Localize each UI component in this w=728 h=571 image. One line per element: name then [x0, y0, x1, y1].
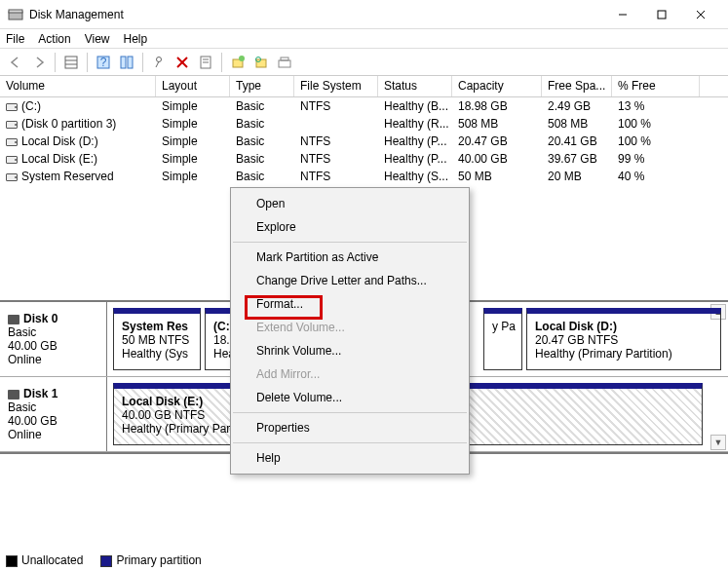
col-type[interactable]: Type: [230, 76, 294, 96]
svg-rect-24: [279, 60, 290, 67]
menu-file[interactable]: File: [6, 32, 24, 46]
properties-icon[interactable]: [196, 53, 215, 72]
table-row[interactable]: (Disk 0 partition 3)SimpleBasicHealthy (…: [0, 115, 728, 133]
minimize-button[interactable]: [603, 1, 642, 28]
svg-rect-3: [658, 11, 666, 19]
volume-list: (C:)SimpleBasicNTFSHealthy (B...18.98 GB…: [0, 97, 728, 185]
maximize-button[interactable]: [642, 1, 681, 28]
col-fs[interactable]: File System: [294, 76, 378, 96]
svg-line-14: [156, 61, 159, 67]
disk-icon: [8, 390, 19, 400]
svg-text:?: ?: [100, 56, 107, 69]
table-row[interactable]: System ReservedSimpleBasicNTFSHealthy (S…: [0, 168, 728, 185]
disk-management-icon: [8, 7, 23, 22]
table-row[interactable]: (C:)SimpleBasicNTFSHealthy (B...18.98 GB…: [0, 97, 728, 115]
col-volume[interactable]: Volume: [0, 76, 156, 96]
col-status[interactable]: Status: [378, 76, 452, 96]
cm-mark-active[interactable]: Mark Partition as Active: [231, 246, 469, 269]
svg-rect-25: [281, 57, 288, 60]
col-layout[interactable]: Layout: [156, 76, 230, 96]
svg-rect-22: [256, 59, 266, 67]
refresh-icon[interactable]: [251, 53, 271, 72]
volume-list-header: Volume Layout Type File System Status Ca…: [0, 76, 728, 97]
close-button[interactable]: [681, 1, 720, 28]
partition-box[interactable]: Local Disk (D:)20.47 GB NTFSHealthy (Pri…: [526, 308, 721, 370]
table-row[interactable]: Local Disk (E:)SimpleBasicNTFSHealthy (P…: [0, 150, 728, 168]
partition-box[interactable]: y Pa: [483, 308, 522, 370]
menu-view[interactable]: View: [85, 32, 110, 46]
cm-properties[interactable]: Properties: [231, 416, 469, 439]
view-mode-icon[interactable]: [117, 53, 136, 72]
table-row[interactable]: Local Disk (D:)SimpleBasicNTFSHealthy (P…: [0, 133, 728, 150]
cm-open[interactable]: Open: [231, 192, 469, 215]
col-pfree[interactable]: % Free: [612, 76, 700, 96]
menubar: File Action View Help: [0, 29, 728, 49]
format-highlight: [245, 295, 323, 320]
drive-icon: [6, 121, 18, 129]
disk-icon: [8, 315, 19, 324]
cm-change-letter[interactable]: Change Drive Letter and Paths...: [231, 269, 469, 292]
drive-icon: [6, 103, 18, 111]
window-title: Disk Management: [29, 8, 603, 21]
forward-button[interactable]: [29, 53, 49, 72]
legend-unallocated-label: Unallocated: [21, 553, 83, 567]
legend-primary-swatch: [100, 555, 112, 567]
partition-box[interactable]: System Res50 MB NTFSHealthy (Sys: [113, 308, 201, 370]
list-view-icon[interactable]: [61, 53, 81, 72]
legend: Unallocated Primary partition: [6, 553, 202, 567]
cm-help[interactable]: Help: [231, 446, 469, 470]
scroll-down-button[interactable]: ▼: [710, 435, 726, 450]
svg-point-21: [239, 56, 245, 61]
delete-icon[interactable]: [172, 53, 192, 72]
svg-rect-11: [121, 57, 126, 68]
new-partition-icon[interactable]: [228, 53, 248, 72]
cm-delete[interactable]: Delete Volume...: [231, 386, 469, 409]
back-button[interactable]: [6, 53, 25, 72]
col-free[interactable]: Free Spa...: [542, 76, 612, 96]
cm-shrink[interactable]: Shrink Volume...: [231, 339, 469, 362]
help-icon[interactable]: ?: [94, 53, 113, 72]
svg-rect-6: [65, 57, 77, 68]
legend-unallocated-swatch: [6, 555, 18, 567]
legend-primary-label: Primary partition: [116, 553, 201, 567]
drive-icon: [6, 173, 18, 181]
cm-add-mirror: Add Mirror...: [231, 362, 469, 386]
drive-icon: [6, 156, 18, 164]
context-menu: Open Explore Mark Partition as Active Ch…: [230, 187, 470, 475]
cm-explore[interactable]: Explore: [231, 215, 469, 239]
svg-rect-1: [9, 10, 22, 13]
menu-action[interactable]: Action: [38, 32, 70, 46]
toolbar: ?: [0, 49, 728, 76]
settings-icon[interactable]: [149, 53, 169, 72]
col-capacity[interactable]: Capacity: [452, 76, 542, 96]
svg-rect-12: [128, 57, 133, 68]
open-partition-icon[interactable]: [275, 53, 294, 72]
drive-icon: [6, 138, 18, 146]
svg-point-13: [157, 57, 162, 61]
titlebar: Disk Management: [0, 0, 728, 29]
menu-help[interactable]: Help: [124, 32, 148, 46]
